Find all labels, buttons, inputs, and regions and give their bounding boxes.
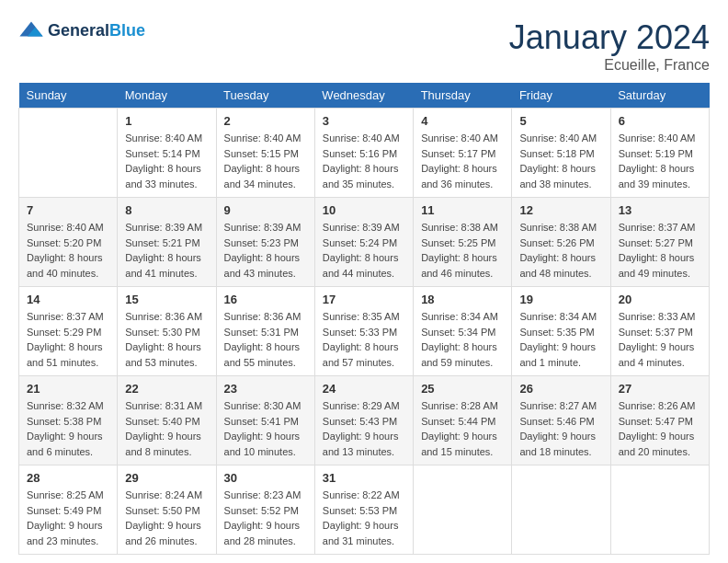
calendar-cell: 5Sunrise: 8:40 AMSunset: 5:18 PMDaylight…	[512, 109, 610, 198]
day-info: Sunrise: 8:26 AMSunset: 5:47 PMDaylight:…	[619, 398, 701, 459]
day-info: Sunrise: 8:38 AMSunset: 5:25 PMDaylight:…	[421, 220, 504, 281]
calendar-cell	[512, 465, 610, 555]
calendar-cell: 31Sunrise: 8:22 AMSunset: 5:53 PMDayligh…	[314, 465, 413, 555]
day-number: 7	[27, 203, 109, 217]
day-info: Sunrise: 8:40 AMSunset: 5:14 PMDaylight:…	[125, 131, 208, 191]
title-area: January 2024 Ecueille, France	[509, 18, 710, 74]
day-info: Sunrise: 8:34 AMSunset: 5:35 PMDaylight:…	[519, 309, 602, 370]
day-number: 9	[224, 203, 307, 217]
day-info: Sunrise: 8:40 AMSunset: 5:20 PMDaylight:…	[27, 220, 109, 281]
day-info: Sunrise: 8:27 AMSunset: 5:46 PMDaylight:…	[519, 398, 602, 459]
day-number: 10	[323, 203, 405, 217]
day-info: Sunrise: 8:38 AMSunset: 5:26 PMDaylight:…	[519, 220, 602, 281]
day-info: Sunrise: 8:39 AMSunset: 5:23 PMDaylight:…	[224, 220, 307, 281]
calendar-cell: 13Sunrise: 8:37 AMSunset: 5:27 PMDayligh…	[610, 198, 709, 287]
calendar-cell: 19Sunrise: 8:34 AMSunset: 5:35 PMDayligh…	[512, 287, 610, 376]
day-number: 18	[421, 293, 504, 306]
day-number: 12	[519, 203, 602, 217]
calendar-cell: 26Sunrise: 8:27 AMSunset: 5:46 PMDayligh…	[512, 376, 610, 465]
logo-icon	[18, 18, 44, 44]
calendar-cell: 6Sunrise: 8:40 AMSunset: 5:19 PMDaylight…	[610, 109, 709, 198]
day-info: Sunrise: 8:24 AMSunset: 5:50 PMDaylight:…	[125, 488, 208, 548]
calendar-cell: 18Sunrise: 8:34 AMSunset: 5:34 PMDayligh…	[414, 287, 512, 376]
day-info: Sunrise: 8:40 AMSunset: 5:16 PMDaylight:…	[323, 131, 405, 191]
day-info: Sunrise: 8:30 AMSunset: 5:41 PMDaylight:…	[224, 398, 307, 459]
location-title: Ecueille, France	[509, 57, 710, 74]
calendar-cell: 15Sunrise: 8:36 AMSunset: 5:30 PMDayligh…	[118, 287, 216, 376]
day-number: 13	[619, 203, 701, 217]
day-number: 5	[519, 114, 602, 128]
day-info: Sunrise: 8:33 AMSunset: 5:37 PMDaylight:…	[619, 309, 701, 370]
weekday-header: Sunday	[19, 83, 118, 109]
calendar-cell: 3Sunrise: 8:40 AMSunset: 5:16 PMDaylight…	[314, 109, 413, 198]
day-number: 2	[224, 114, 307, 128]
day-info: Sunrise: 8:25 AMSunset: 5:49 PMDaylight:…	[27, 488, 109, 548]
day-number: 28	[27, 471, 109, 485]
logo: GeneralBlue	[18, 18, 145, 44]
calendar-cell: 9Sunrise: 8:39 AMSunset: 5:23 PMDaylight…	[216, 198, 314, 287]
day-info: Sunrise: 8:37 AMSunset: 5:29 PMDaylight:…	[27, 309, 109, 370]
day-info: Sunrise: 8:36 AMSunset: 5:31 PMDaylight:…	[224, 309, 307, 370]
day-number: 27	[619, 382, 701, 396]
calendar-cell: 11Sunrise: 8:38 AMSunset: 5:25 PMDayligh…	[414, 198, 512, 287]
day-info: Sunrise: 8:35 AMSunset: 5:33 PMDaylight:…	[323, 309, 405, 370]
calendar-cell: 29Sunrise: 8:24 AMSunset: 5:50 PMDayligh…	[118, 465, 216, 555]
day-info: Sunrise: 8:37 AMSunset: 5:27 PMDaylight:…	[619, 220, 701, 281]
calendar-week-row: 21Sunrise: 8:32 AMSunset: 5:38 PMDayligh…	[19, 376, 710, 465]
logo-text: GeneralBlue	[48, 22, 145, 40]
day-info: Sunrise: 8:23 AMSunset: 5:52 PMDaylight:…	[224, 488, 307, 548]
day-info: Sunrise: 8:31 AMSunset: 5:40 PMDaylight:…	[125, 398, 208, 459]
calendar-cell: 8Sunrise: 8:39 AMSunset: 5:21 PMDaylight…	[118, 198, 216, 287]
day-number: 30	[224, 471, 307, 485]
calendar-cell: 17Sunrise: 8:35 AMSunset: 5:33 PMDayligh…	[314, 287, 413, 376]
calendar-cell: 16Sunrise: 8:36 AMSunset: 5:31 PMDayligh…	[216, 287, 314, 376]
day-info: Sunrise: 8:40 AMSunset: 5:15 PMDaylight:…	[224, 131, 307, 191]
day-number: 15	[125, 293, 208, 306]
month-title: January 2024	[509, 18, 710, 57]
day-info: Sunrise: 8:40 AMSunset: 5:18 PMDaylight:…	[519, 131, 602, 191]
calendar-cell: 7Sunrise: 8:40 AMSunset: 5:20 PMDaylight…	[19, 198, 118, 287]
day-number: 20	[619, 293, 701, 306]
calendar-cell: 1Sunrise: 8:40 AMSunset: 5:14 PMDaylight…	[118, 109, 216, 198]
day-number: 25	[421, 382, 504, 396]
weekday-header: Monday	[118, 83, 216, 109]
day-number: 14	[27, 293, 109, 306]
weekday-header-row: SundayMondayTuesdayWednesdayThursdayFrid…	[19, 83, 710, 109]
day-number: 6	[619, 114, 701, 128]
day-number: 17	[323, 293, 405, 306]
day-info: Sunrise: 8:29 AMSunset: 5:43 PMDaylight:…	[323, 398, 405, 459]
calendar-cell	[414, 465, 512, 555]
day-info: Sunrise: 8:22 AMSunset: 5:53 PMDaylight:…	[323, 488, 405, 548]
calendar-cell: 30Sunrise: 8:23 AMSunset: 5:52 PMDayligh…	[216, 465, 314, 555]
day-number: 26	[519, 382, 602, 396]
day-info: Sunrise: 8:36 AMSunset: 5:30 PMDaylight:…	[125, 309, 208, 370]
day-info: Sunrise: 8:39 AMSunset: 5:21 PMDaylight:…	[125, 220, 208, 281]
day-info: Sunrise: 8:28 AMSunset: 5:44 PMDaylight:…	[421, 398, 504, 459]
calendar-week-row: 14Sunrise: 8:37 AMSunset: 5:29 PMDayligh…	[19, 287, 710, 376]
day-number: 1	[125, 114, 208, 128]
calendar-cell: 25Sunrise: 8:28 AMSunset: 5:44 PMDayligh…	[414, 376, 512, 465]
day-number: 11	[421, 203, 504, 217]
day-number: 24	[323, 382, 405, 396]
day-number: 21	[27, 382, 109, 396]
day-number: 8	[125, 203, 208, 217]
day-info: Sunrise: 8:34 AMSunset: 5:34 PMDaylight:…	[421, 309, 504, 370]
day-info: Sunrise: 8:40 AMSunset: 5:19 PMDaylight:…	[619, 131, 701, 191]
day-info: Sunrise: 8:40 AMSunset: 5:17 PMDaylight:…	[421, 131, 504, 191]
calendar-cell: 12Sunrise: 8:38 AMSunset: 5:26 PMDayligh…	[512, 198, 610, 287]
calendar-cell: 21Sunrise: 8:32 AMSunset: 5:38 PMDayligh…	[19, 376, 118, 465]
calendar-week-row: 28Sunrise: 8:25 AMSunset: 5:49 PMDayligh…	[19, 465, 710, 555]
day-number: 31	[323, 471, 405, 485]
calendar-cell: 20Sunrise: 8:33 AMSunset: 5:37 PMDayligh…	[610, 287, 709, 376]
weekday-header: Friday	[512, 83, 610, 109]
day-number: 19	[519, 293, 602, 306]
day-number: 23	[224, 382, 307, 396]
day-number: 16	[224, 293, 307, 306]
weekday-header: Wednesday	[314, 83, 413, 109]
calendar-cell: 14Sunrise: 8:37 AMSunset: 5:29 PMDayligh…	[19, 287, 118, 376]
calendar-week-row: 7Sunrise: 8:40 AMSunset: 5:20 PMDaylight…	[19, 198, 710, 287]
calendar-cell: 27Sunrise: 8:26 AMSunset: 5:47 PMDayligh…	[610, 376, 709, 465]
calendar-table: SundayMondayTuesdayWednesdayThursdayFrid…	[18, 83, 710, 555]
day-info: Sunrise: 8:39 AMSunset: 5:24 PMDaylight:…	[323, 220, 405, 281]
day-number: 3	[323, 114, 405, 128]
